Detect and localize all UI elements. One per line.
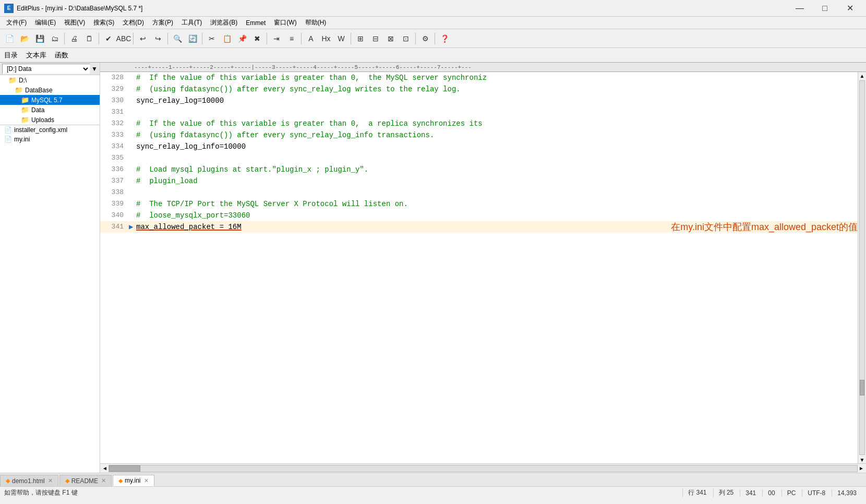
code-content[interactable]: # If the value of this variable is great… (136, 118, 858, 129)
code-content[interactable]: # loose_mysqlx_port=33060 (136, 210, 858, 221)
h-scroll-track[interactable] (109, 465, 858, 472)
code-content[interactable]: # (using fdatasync()) after every sync_r… (136, 129, 858, 141)
code-content[interactable] (136, 187, 858, 198)
new-button[interactable]: 📄 (2, 31, 17, 46)
paste-button[interactable]: 📌 (235, 31, 249, 46)
code-content[interactable]: # Load mysql plugins at start."plugin_x … (136, 164, 858, 175)
code-content[interactable]: max_allowed_packet = 16M (136, 221, 650, 233)
format-button[interactable]: ≡ (284, 31, 299, 46)
drive-select[interactable]: [D:] Data (2, 64, 90, 74)
tab-close-button[interactable]: ✕ (144, 477, 149, 484)
annotation-text: 在my.ini文件中配置max_allowed_packet的值 (671, 221, 858, 233)
menu-tools[interactable]: 工具(T) (177, 17, 206, 28)
scroll-down-button[interactable]: ▼ (858, 456, 866, 463)
file-item-installer[interactable]: 📄 installer_config.xml (0, 125, 100, 135)
close-button[interactable]: ✕ (838, 0, 862, 17)
status-val2: 00 (762, 489, 780, 497)
menu-file[interactable]: 文件(F) (2, 17, 31, 28)
file-item-myini[interactable]: 📄 my.ini (0, 135, 100, 144)
minimize-button[interactable]: — (788, 0, 812, 17)
menu-edit[interactable]: 编辑(E) (31, 17, 60, 28)
code-content[interactable] (136, 152, 858, 164)
toolbar-sep-3 (133, 33, 134, 44)
code-line-338: 338 (100, 187, 858, 198)
tree-item-mysql57[interactable]: 📁 MySQL 5.7 (0, 95, 100, 105)
menu-search[interactable]: 搜索(S) (89, 17, 118, 28)
menu-document[interactable]: 文档(D) (118, 17, 148, 28)
font-button[interactable]: A (304, 31, 318, 46)
abc-button[interactable]: ABC (116, 31, 131, 46)
menu-project[interactable]: 方案(P) (148, 17, 177, 28)
menu-view[interactable]: 视图(V) (60, 17, 89, 28)
code-content[interactable]: # plugin_load (136, 175, 858, 187)
print-preview-button[interactable]: 🗒 (82, 31, 97, 46)
status-size: 14,393 (832, 489, 862, 497)
vertical-scrollbar[interactable]: ▲ ▼ (858, 72, 866, 463)
find-button[interactable]: 🔍 (170, 31, 185, 46)
monitor-button[interactable]: ⊟ (368, 31, 383, 46)
code-content[interactable]: sync_relay_log_info=10000 (136, 141, 858, 152)
undo-button[interactable]: ↩ (136, 31, 150, 46)
h-scroll-thumb[interactable] (109, 465, 140, 472)
window-title: EditPlus - [my.ini - D:\DataBase\MySQL 5… (17, 5, 788, 12)
save-all-button[interactable]: 🗂 (47, 31, 62, 46)
toolbar-sep-1 (64, 33, 65, 44)
code-content[interactable] (136, 106, 858, 118)
scroll-track[interactable] (859, 80, 865, 455)
replace-button[interactable]: 🔄 (185, 31, 200, 46)
indent-button[interactable]: ⇥ (269, 31, 284, 46)
cut-button[interactable]: ✂ (205, 31, 219, 46)
tree-label: D:\ (19, 77, 27, 84)
line-number: 335 (100, 152, 129, 164)
delete-button[interactable]: ✖ (250, 31, 264, 46)
tree-item-data[interactable]: 📁 Data (0, 105, 100, 115)
maximize-button[interactable]: □ (813, 0, 837, 17)
scroll-right-button[interactable]: ► (858, 465, 865, 471)
hx-button[interactable]: Hx (319, 31, 333, 46)
scroll-up-button[interactable]: ▲ (858, 72, 866, 79)
nav-textlib[interactable]: 文本库 (26, 51, 46, 60)
scroll-left-button[interactable]: ◄ (101, 465, 109, 471)
word-wrap-button[interactable]: W (334, 31, 348, 46)
tab-close-button[interactable]: ✕ (48, 477, 53, 484)
code-line-339: 339 # The TCP/IP Port the MySQL Server X… (100, 198, 858, 210)
copy-button[interactable]: 📋 (220, 31, 234, 46)
nav-func[interactable]: 函数 (55, 51, 68, 60)
save-button[interactable]: 💾 (32, 31, 47, 46)
tab-myini[interactable]: ◆ my.ini ✕ (113, 475, 154, 486)
col-select-button[interactable]: ⊞ (353, 31, 368, 46)
code-content[interactable]: sync_relay_log=10000 (136, 95, 858, 106)
tree-item-d[interactable]: 📁 D:\ (0, 75, 100, 85)
sidebar-dropdown-icon[interactable]: ▼ (91, 65, 100, 73)
open-button[interactable]: 📂 (17, 31, 32, 46)
menu-browser[interactable]: 浏览器(B) (206, 17, 242, 28)
redo-button[interactable]: ↪ (151, 31, 165, 46)
print-button[interactable]: 🖨 (67, 31, 81, 46)
scroll-thumb[interactable] (860, 380, 864, 395)
horizontal-scrollbar[interactable]: ◄ ► (100, 463, 866, 473)
code-line-330: 330 sync_relay_log=10000 (100, 95, 858, 106)
split-button[interactable]: ⊡ (399, 31, 413, 46)
code-content[interactable]: # If the value of this variable is great… (136, 72, 858, 83)
tools2-button[interactable]: ⚙ (418, 31, 432, 46)
tree-item-database[interactable]: 📁 DataBase (0, 85, 100, 95)
tab-close-button[interactable]: ✕ (101, 477, 106, 484)
toolbar-sep-7 (301, 33, 302, 44)
menu-emmet[interactable]: Emmet (242, 18, 270, 28)
line-number: 339 (100, 198, 129, 210)
nav-dir[interactable]: 目录 (4, 51, 18, 60)
tab-label: demo1.html (12, 477, 45, 485)
menu-help[interactable]: 帮助(H) (301, 17, 331, 28)
spell-check-button[interactable]: ✔ (101, 31, 116, 46)
title-bar: E EditPlus - [my.ini - D:\DataBase\MySQL… (0, 0, 866, 17)
tree-item-uploads[interactable]: 📁 Uploads (0, 115, 100, 125)
toolbar-sep-2 (99, 33, 99, 44)
code-content[interactable]: # The TCP/IP Port the MySQL Server X Pro… (136, 198, 858, 210)
code-editor[interactable]: 328 # If the value of this variable is g… (100, 72, 858, 463)
help2-button[interactable]: ❓ (437, 31, 452, 46)
tab-demo1[interactable]: ◆ demo1.html ✕ (0, 475, 58, 486)
code-content[interactable]: # (using fdatasync()) after every sync_r… (136, 83, 858, 95)
tab-readme[interactable]: ◆ README ✕ (59, 475, 112, 486)
bookmarks-button[interactable]: ⊠ (383, 31, 398, 46)
menu-window[interactable]: 窗口(W) (270, 17, 300, 28)
